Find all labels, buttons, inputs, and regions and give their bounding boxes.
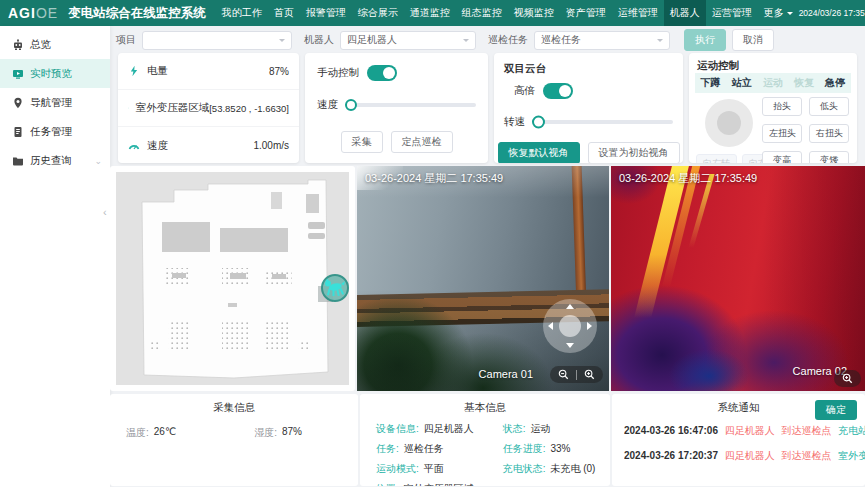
chevron-down-icon <box>279 39 285 45</box>
gimbal-zoom-toggle[interactable] <box>543 83 573 99</box>
cancel-button[interactable]: 取消 <box>732 29 774 51</box>
nav-alarm[interactable]: 报警管理 <box>300 0 352 26</box>
main-content: 项目 机器人 四足机器人 巡检任务 巡检任务 执行 取消 电量 87% <box>110 26 865 487</box>
filter-bar: 项目 机器人 四足机器人 巡检任务 巡检任务 执行 取消 <box>110 26 865 51</box>
head-down-button[interactable]: 低头 <box>809 97 849 116</box>
sidebar-item-overview[interactable]: 总览 <box>0 30 110 59</box>
camera1-label: Camera 01 <box>479 368 533 380</box>
camera2-timestamp: 03-26-2024 星期二 17:35:49 <box>619 171 757 186</box>
point-patrol-button[interactable]: 定点巡检 <box>391 131 453 153</box>
battery-row: 电量 87% <box>118 53 299 90</box>
basic-info-title: 基本信息 <box>360 394 610 415</box>
project-select[interactable] <box>142 31 292 50</box>
humidity-value: 87% <box>282 426 302 440</box>
system-notifications-panel: 系统通知 确定 2024-03-26 16:47:06 四足机器人 到达巡检点 … <box>612 394 865 486</box>
chevron-down-icon: ⌄ <box>94 156 102 166</box>
joystick-knob[interactable] <box>717 111 741 135</box>
head-up-button[interactable]: 抬头 <box>762 97 802 116</box>
manual-speed-slider[interactable] <box>348 103 476 107</box>
chevron-down-icon <box>463 39 469 45</box>
robot-status-card: 电量 87% 室外变压器区域 [53.8520 , -1.6630] 速度 1.… <box>118 53 299 163</box>
control-cards-row: 电量 87% 室外变压器区域 [53.8520 , -1.6630] 速度 1.… <box>110 51 865 163</box>
nav-operation[interactable]: 运营管理 <box>706 0 758 26</box>
ptz-up-arrow[interactable] <box>566 304 574 309</box>
logo-part-a: AGI <box>8 5 36 21</box>
main-nav: 我的工作 首页 报警管理 综合展示 通道监控 组态监控 视频监控 资产管理 运维… <box>216 0 799 26</box>
ptz-left-arrow[interactable] <box>548 322 553 330</box>
battery-value: 87% <box>269 66 289 77</box>
patrol-task-select[interactable]: 巡检任务 <box>534 31 670 50</box>
speed-value: 1.00m/s <box>253 140 289 151</box>
rotate-left-button: 向左转 <box>696 154 737 163</box>
sidebar-item-history[interactable]: 历史查询 ⌄ <box>0 146 110 175</box>
patrol-task-label: 巡检任务 <box>488 33 528 47</box>
manual-speed-slider-knob[interactable] <box>345 99 357 111</box>
app-logo: AGIOE <box>8 5 58 21</box>
gimbal-speed-label: 转速 <box>504 115 525 129</box>
nav-assets[interactable]: 资产管理 <box>560 0 612 26</box>
ptz-right-arrow[interactable] <box>587 322 592 330</box>
sidebar: 总览 实时预览 导航管理 任务管理 历史查询 ⌄ <box>0 26 110 487</box>
gimbal-speed-slider-knob[interactable] <box>532 116 545 129</box>
collect-button[interactable]: 采集 <box>341 131 383 153</box>
joystick-pad[interactable] <box>705 99 753 147</box>
mode-crouch[interactable]: 下蹲 <box>701 76 721 90</box>
zoom-out-icon[interactable] <box>558 369 569 380</box>
motion-control-card: 运动控制 下蹲 站立 运动 恢复 急停 向左转 向右转 抬头 低头 左扭头 右扭… <box>689 53 857 163</box>
nav-display[interactable]: 综合展示 <box>352 0 404 26</box>
battery-label: 电量 <box>147 64 168 78</box>
manual-control-toggle[interactable] <box>367 65 397 81</box>
nav-maintenance[interactable]: 运维管理 <box>612 0 664 26</box>
position-field: 位置:室外变压器区域 <box>376 482 503 486</box>
nav-robot[interactable]: 机器人 <box>664 0 706 26</box>
mode-recover: 恢复 <box>794 76 814 90</box>
ptz-down-arrow[interactable] <box>566 343 574 348</box>
reset-view-button[interactable]: 恢复默认视角 <box>498 142 580 163</box>
gimbal-speed-slider[interactable] <box>535 120 673 124</box>
confirm-button[interactable]: 确定 <box>815 400 857 420</box>
task-field: 任务:巡检任务 <box>376 442 503 456</box>
motion-mode-bar: 下蹲 站立 运动 恢复 急停 <box>695 73 851 93</box>
camera1-ptz-pad[interactable] <box>543 299 597 353</box>
project-label: 项目 <box>116 33 136 47</box>
ptz-center-button[interactable] <box>559 315 581 337</box>
media-row: 03-26-2024 星期二 17:35:49 Camera 01 <box>110 166 865 391</box>
height-down-button[interactable]: 变矮 <box>809 151 849 163</box>
mode-stand[interactable]: 站立 <box>732 76 752 90</box>
set-initial-view-button[interactable]: 设置为初始视角 <box>588 142 680 163</box>
sidebar-item-tasks[interactable]: 任务管理 <box>0 117 110 146</box>
nav-my-work[interactable]: 我的工作 <box>216 0 268 26</box>
info-panels-row: 采集信息 温度: 26℃ 湿度: 87% 基本信息 设备信息:四足机器人 状态:… <box>110 394 865 486</box>
nav-home[interactable]: 首页 <box>268 0 300 26</box>
nav-channel[interactable]: 通道监控 <box>404 0 456 26</box>
zoom-in-icon[interactable] <box>584 369 595 380</box>
task-icon <box>12 126 24 138</box>
notification-item: 2024-03-26 17:20:37 四足机器人 到达巡检点 室外变压器区域 <box>624 449 865 463</box>
sidebar-item-live-preview[interactable]: 实时预览 <box>0 59 110 88</box>
collect-info-panel: 采集信息 温度: 26℃ 湿度: 87% <box>110 394 358 486</box>
temperature-label: 温度: <box>126 426 149 440</box>
header-datetime: 2024/03/26 17:35:49 <box>799 8 865 18</box>
robot-label: 机器人 <box>304 33 334 47</box>
notification-item: 2024-03-26 16:47:06 四足机器人 到达巡检点 充电站一楼室内东… <box>624 424 865 438</box>
zoom-in-icon[interactable] <box>842 373 853 384</box>
robot-select[interactable]: 四足机器人 <box>340 31 476 50</box>
app-title: 变电站综合在线监控系统 <box>68 5 206 22</box>
manual-speed-label: 速度 <box>317 98 338 112</box>
motion-mode-field: 运动模式:平面 <box>376 462 503 476</box>
motion-title: 运动控制 <box>697 59 739 73</box>
mode-emergency-stop[interactable]: 急停 <box>825 76 845 90</box>
device-field: 设备信息:四足机器人 <box>376 422 503 436</box>
sidebar-collapse-handle[interactable]: ‹ <box>103 206 107 218</box>
turn-head-left-button[interactable]: 左扭头 <box>762 124 802 143</box>
nav-more[interactable]: 更多 <box>758 0 799 26</box>
sidebar-item-navigation[interactable]: 导航管理 <box>0 88 110 117</box>
height-up-button[interactable]: 变高 <box>762 151 802 163</box>
nav-video[interactable]: 视频监控 <box>508 0 560 26</box>
nav-scada[interactable]: 组态监控 <box>456 0 508 26</box>
turn-head-right-button[interactable]: 右扭头 <box>809 124 849 143</box>
lidar-map[interactable] <box>116 172 349 385</box>
execute-button[interactable]: 执行 <box>684 29 726 51</box>
sidebar-item-label: 总览 <box>30 38 51 52</box>
camera2-thermal-feed: 03-26-2024 星期二 17:35:49 Camera 02 <box>611 166 865 391</box>
